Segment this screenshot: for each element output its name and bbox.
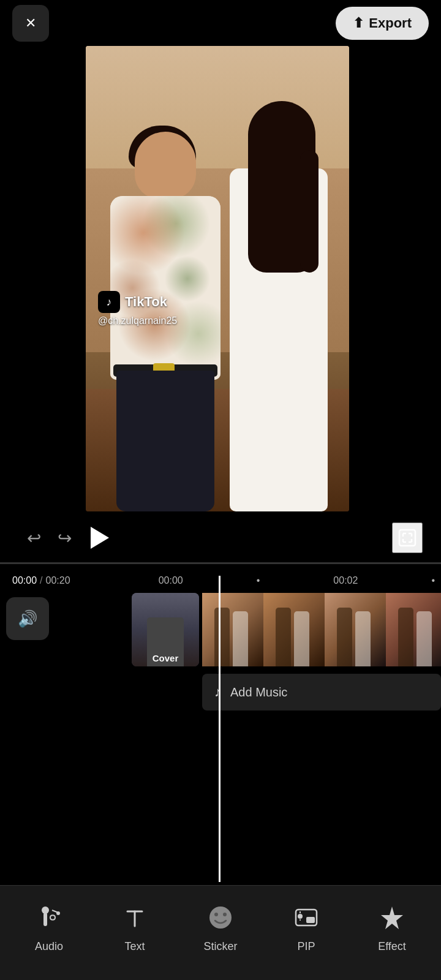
time-separator: / bbox=[40, 575, 42, 586]
text-icon bbox=[118, 900, 152, 934]
clip-thumbnail-2[interactable] bbox=[263, 593, 325, 666]
effect-icon bbox=[375, 900, 409, 934]
toolbar-item-audio[interactable]: Audio bbox=[15, 891, 83, 962]
fullscreen-icon bbox=[398, 529, 417, 547]
add-music-bar[interactable]: ♪ Add Music bbox=[202, 674, 441, 710]
svg-point-19 bbox=[298, 914, 303, 919]
clip-image-3 bbox=[325, 593, 386, 666]
undo-button[interactable]: ↩ bbox=[18, 522, 49, 553]
redo-button[interactable]: ↪ bbox=[49, 522, 80, 553]
clip-image-1 bbox=[202, 593, 263, 666]
svg-rect-10 bbox=[43, 913, 47, 926]
add-music-label: Add Music bbox=[230, 685, 287, 699]
person-female bbox=[221, 95, 343, 511]
tiktok-text: TikTok bbox=[125, 294, 167, 310]
pip-label: PIP bbox=[297, 940, 315, 953]
undo-icon: ↩ bbox=[27, 528, 41, 548]
export-button[interactable]: ⬆ Export bbox=[336, 7, 429, 40]
effect-label: Effect bbox=[378, 940, 406, 953]
audio-icon bbox=[32, 900, 66, 934]
tiktok-username: @ch.zulqarnain25 bbox=[98, 315, 177, 326]
tiktok-logo: ♪ bbox=[98, 291, 120, 313]
speaker-icon: 🔊 bbox=[18, 609, 37, 628]
redo-icon: ↪ bbox=[58, 528, 72, 548]
audio-track-button[interactable]: 🔊 bbox=[6, 597, 49, 640]
svg-point-11 bbox=[56, 911, 60, 915]
top-bar: ✕ ⬆ Export bbox=[0, 0, 441, 46]
clip-thumbnail-3[interactable] bbox=[325, 593, 386, 666]
male-body bbox=[110, 196, 221, 380]
cover-label: Cover bbox=[153, 653, 179, 663]
tiktok-watermark: ♪ TikTok bbox=[98, 291, 167, 313]
video-preview: ♪ TikTok @ch.zulqarnain25 bbox=[86, 46, 349, 511]
svg-point-15 bbox=[214, 913, 218, 916]
sticker-icon bbox=[204, 900, 238, 934]
toolbar-item-pip[interactable]: PIP bbox=[273, 891, 340, 962]
shirt-pattern bbox=[110, 196, 221, 380]
export-label: Export bbox=[369, 15, 412, 31]
sticker-label: Sticker bbox=[203, 940, 237, 953]
time-current: 00:00 bbox=[12, 575, 37, 586]
svg-point-14 bbox=[209, 907, 232, 929]
timestamps: 00:00 / 00:20 00:00 • 00:02 • bbox=[0, 568, 441, 593]
bottom-toolbar: Audio Text Sticker bbox=[0, 885, 441, 980]
female-hair bbox=[248, 101, 315, 273]
pip-icon bbox=[290, 900, 323, 934]
svg-point-16 bbox=[223, 913, 227, 916]
export-icon: ⬆ bbox=[353, 15, 364, 31]
male-head bbox=[135, 132, 196, 199]
close-icon: ✕ bbox=[25, 15, 36, 31]
svg-rect-0 bbox=[399, 530, 415, 546]
text-label: Text bbox=[124, 940, 145, 953]
thumbnails-strip: Cover + bbox=[132, 593, 441, 666]
svg-rect-18 bbox=[306, 917, 315, 923]
time-marker-2: 00:02 bbox=[333, 575, 358, 586]
timeline-bar bbox=[0, 562, 441, 564]
toolbar-item-sticker[interactable]: Sticker bbox=[187, 891, 254, 962]
clip-thumbnail-4[interactable] bbox=[386, 593, 441, 666]
video-content: ♪ TikTok @ch.zulqarnain25 bbox=[86, 46, 349, 511]
time-dot-2: • bbox=[431, 575, 435, 586]
time-dot-1: • bbox=[257, 575, 260, 586]
svg-marker-22 bbox=[381, 907, 403, 929]
clip-image-4 bbox=[386, 593, 441, 666]
time-marker-1: 00:00 bbox=[159, 575, 183, 586]
male-pants bbox=[116, 371, 214, 511]
clip-image-2 bbox=[263, 593, 325, 666]
close-button[interactable]: ✕ bbox=[12, 5, 49, 42]
clip-thumbnail-1[interactable] bbox=[202, 593, 263, 666]
time-total: 00:20 bbox=[46, 575, 70, 586]
fullscreen-button[interactable] bbox=[392, 522, 423, 553]
audio-label: Audio bbox=[35, 940, 63, 953]
cover-thumbnail[interactable]: Cover bbox=[132, 593, 199, 666]
playhead bbox=[219, 576, 221, 882]
toolbar-item-effect[interactable]: Effect bbox=[358, 891, 426, 962]
play-button[interactable] bbox=[80, 519, 116, 556]
toolbar-item-text[interactable]: Text bbox=[101, 891, 168, 962]
controls-area: ↩ ↪ bbox=[0, 513, 441, 562]
play-icon bbox=[91, 527, 109, 549]
time-markers: 00:00 • 00:02 • bbox=[159, 568, 441, 593]
